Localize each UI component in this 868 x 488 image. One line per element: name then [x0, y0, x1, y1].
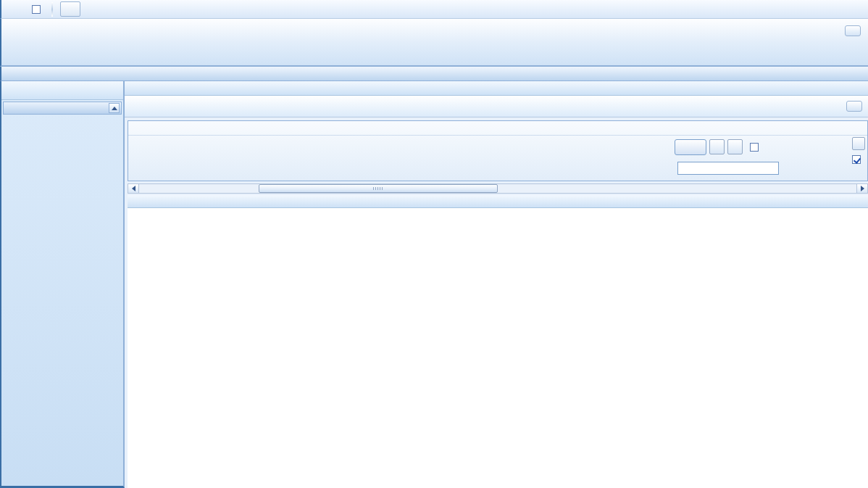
tools-table-container: [128, 208, 868, 488]
list-panel: [128, 195, 868, 488]
scroll-right-button[interactable]: [856, 184, 867, 193]
triangle-up-icon: [112, 104, 117, 110]
actions-toolbar: [125, 96, 868, 117]
toolbar-collapse-button[interactable]: [845, 25, 861, 36]
main-toolbar: [0, 19, 868, 67]
menu-bar: [0, 0, 868, 19]
filter-panel-header: [128, 121, 867, 136]
horizontal-scrollbar[interactable]: [128, 183, 868, 194]
export-icon: [730, 142, 740, 152]
filter-body: [128, 136, 867, 181]
tools-box-icon: [854, 139, 864, 149]
scrollbar-thumb[interactable]: [259, 184, 498, 193]
tools-box-icon: [134, 123, 144, 133]
sidebar-menu-header[interactable]: [3, 102, 122, 115]
scroll-left-button[interactable]: [128, 184, 139, 193]
search-row: [675, 139, 850, 154]
main-panel-title: [125, 81, 868, 96]
filter-option-checkbox[interactable]: [750, 143, 759, 152]
triangle-right-icon: [861, 186, 867, 191]
inventory-number-input[interactable]: [677, 162, 779, 175]
inventory-number-row: [675, 160, 850, 175]
reset-filter-button[interactable]: [709, 139, 725, 154]
menu-scroll-up-button[interactable]: [109, 103, 120, 113]
scrollbar-track[interactable]: [139, 184, 856, 193]
edge-checkbox[interactable]: [852, 155, 861, 164]
main-panel: [125, 81, 868, 488]
hide-large-buttons-checkbox[interactable]: [32, 5, 44, 14]
tools-box-icon: [65, 4, 76, 15]
body: [0, 81, 868, 488]
filter-column-inputs: [422, 139, 546, 175]
export-button[interactable]: [727, 139, 743, 154]
filter-panel: [128, 120, 868, 181]
sidebar-title: [1, 81, 123, 100]
sidebar: [1, 81, 125, 488]
company-bar: [0, 67, 868, 81]
filter-column-combos: [134, 139, 266, 175]
search-icon: [683, 142, 693, 152]
menubar-separator: [51, 2, 53, 17]
actions-collapse-button[interactable]: [846, 101, 862, 112]
filter-column-right-combos: [546, 139, 675, 175]
undo-icon: [712, 142, 722, 152]
triangle-left-icon: [129, 186, 135, 191]
right-edge-panel: [852, 137, 867, 179]
menu-help[interactable]: [7, 7, 25, 12]
toolbox-quick-button[interactable]: [60, 1, 80, 17]
filter-column-search: [675, 139, 850, 175]
list-panel-title: [128, 195, 868, 208]
sidebar-menu-list: [1, 116, 123, 486]
edge-toolbox-button[interactable]: [852, 137, 865, 150]
filter-column-buttons: [266, 139, 422, 175]
checkbox-box: [32, 5, 41, 14]
search-button[interactable]: [675, 139, 706, 155]
